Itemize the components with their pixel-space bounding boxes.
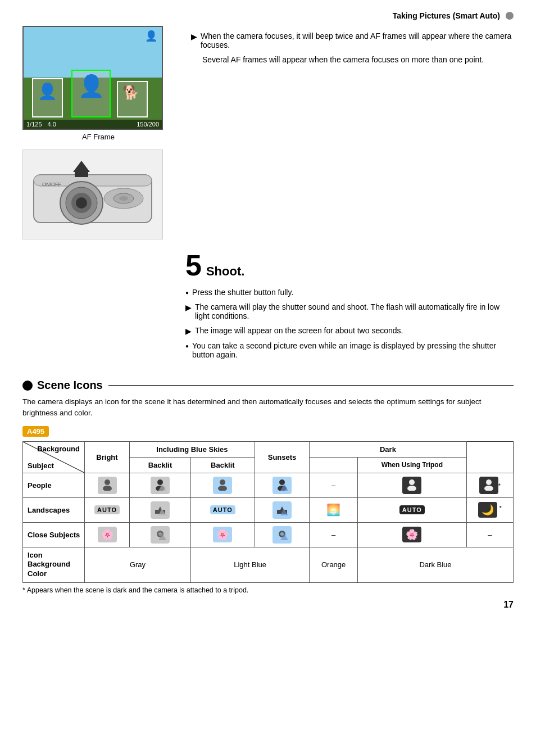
header-title: Taking Pictures (Smart Auto) <box>393 11 500 20</box>
svg-marker-6 <box>73 161 90 172</box>
close-subjects-sunsets-cell: – <box>310 522 358 547</box>
landscapes-bright-icon: AUTO <box>94 505 120 514</box>
landscapes-blue-icon: AUTO <box>210 505 235 514</box>
close-subjects-dark-icon: 🌸 <box>402 527 421 542</box>
dark-header: Dark <box>310 441 466 457</box>
color-row: Icon BackgroundColor Gray Light Blue Ora… <box>23 547 514 583</box>
close-subjects-tripod-cell: – <box>466 522 513 547</box>
svg-rect-7 <box>75 171 88 177</box>
person-left-frame: 👤 <box>32 78 63 117</box>
close-subjects-blue-icon: 🌸 <box>213 527 232 542</box>
step-content: ● Press the shutter button fully. ▶ The … <box>185 288 514 359</box>
people-tripod-icon <box>479 477 498 494</box>
close-subjects-bright-cell: 🌸 <box>85 522 130 547</box>
including-blue-skies-text: Including Blue Skies <box>156 445 228 454</box>
svg-point-10 <box>119 196 128 201</box>
landscapes-row: Landscapes AUTO AUTO <box>23 497 514 522</box>
people-tripod-cell: * <box>466 473 513 497</box>
svg-point-25 <box>486 479 492 485</box>
person-mode-icon: 👤 <box>145 30 157 42</box>
section-line <box>108 385 514 386</box>
svg-point-13 <box>105 479 110 485</box>
dark-text: Dark <box>380 445 396 454</box>
model-badge: A495 <box>22 426 49 437</box>
section-header: Scene Icons <box>22 379 514 392</box>
people-bright-cell <box>85 473 130 497</box>
landscapes-sunsets-cell: 🌅 <box>310 497 358 522</box>
section-title: Scene Icons <box>37 379 103 392</box>
close-subjects-dark-cell: 🌸 <box>357 522 466 547</box>
close-subjects-blue-cell: 🌸 <box>190 522 255 547</box>
step5-left <box>22 251 174 365</box>
step-number: 5 <box>185 251 202 280</box>
landscapes-bright-cell: AUTO <box>85 497 130 522</box>
footnote: * Appears when the scene is dark and the… <box>22 586 514 594</box>
close-subjects-backlit-blue-cell <box>255 522 310 547</box>
when-using-tripod-header: When Using Tripod <box>357 457 466 473</box>
subject-background-header: Background Subject <box>23 441 85 473</box>
camera-body-svg: ON/OFF <box>31 158 155 231</box>
step5-bullet-3: ▶ The image will appear on the screen fo… <box>185 326 514 336</box>
people-blue-cell <box>190 473 255 497</box>
person-center-frame: 👤 <box>71 70 111 117</box>
camera-body-image: ON/OFF <box>22 150 163 239</box>
step-title: Shoot. <box>206 253 244 279</box>
close-subjects-backlit-blue-icon <box>272 526 292 544</box>
svg-point-26 <box>484 486 493 491</box>
af-frame-label: AF Frame <box>22 133 174 141</box>
page-number: 17 <box>22 600 514 610</box>
including-blue-skies-header: Including Blue Skies <box>130 441 255 457</box>
sunsets-header: Sunsets <box>255 441 310 473</box>
people-backlit-bright-cell <box>130 473 191 497</box>
top-left-images: 👤 👤 🐕 👤 1/125 4.0 150/200 AF Frame <box>22 26 174 239</box>
step5-bullet-2: ▶ The camera will play the shutter sound… <box>185 302 514 320</box>
section-description: The camera displays an icon for the scen… <box>22 396 514 419</box>
gray-color-cell: Gray <box>85 547 191 583</box>
step5-bullet-4-text: You can take a second picture even while… <box>192 341 514 359</box>
people-label: People <box>23 473 85 497</box>
svg-point-5 <box>76 197 87 209</box>
bullet-1: ▶ When the camera focuses, it will beep … <box>191 31 514 49</box>
background-label: Background <box>37 445 80 453</box>
svg-point-15 <box>157 479 163 485</box>
step5-right: 5 Shoot. ● Press the shutter button full… <box>185 251 514 365</box>
bullet-1-text: When the camera focuses, it will beep tw… <box>201 31 514 49</box>
people-bright-icon <box>98 477 117 494</box>
svg-marker-31 <box>280 506 284 510</box>
svg-point-34 <box>158 532 162 536</box>
page-header: Taking Pictures (Smart Auto) <box>22 11 514 20</box>
step5-bullet-2-text: The camera will play the shutter sound a… <box>195 302 514 320</box>
top-section: 👤 👤 🐕 👤 1/125 4.0 150/200 AF Frame <box>22 26 514 239</box>
bullet-2-text: Several AF frames will appear when the c… <box>202 55 484 64</box>
landscapes-backlit-bright-icon <box>151 501 170 519</box>
step5-bullet-3-text: The image will appear on the screen for … <box>195 326 403 335</box>
close-subjects-backlit-bright-cell <box>130 522 191 547</box>
arrow-icon-2: ▶ <box>185 303 192 312</box>
landscapes-dark-icon: AUTO <box>399 505 425 514</box>
icon-bg-color-label: Icon BackgroundColor <box>23 547 85 583</box>
backlit-blue-header: Backlit <box>190 457 255 473</box>
people-tripod-star: * <box>498 482 501 488</box>
subject-label: Subject <box>28 461 54 470</box>
aperture: 4.0 <box>48 121 56 128</box>
camera-info-bar: 1/125 4.0 150/200 <box>24 120 162 129</box>
people-sunsets-cell: – <box>310 473 358 497</box>
section-dot-icon <box>22 381 33 391</box>
svg-text:ON/OFF: ON/OFF <box>42 182 61 187</box>
landscapes-tripod-star: * <box>499 505 501 511</box>
landscapes-backlit-bright-cell <box>130 497 191 522</box>
arrow-icon-1: ▶ <box>191 32 197 41</box>
svg-point-20 <box>279 479 285 485</box>
shutter-speed: 1/125 <box>26 121 42 128</box>
landscapes-backlit-blue-cell <box>255 497 310 522</box>
orange-color-cell: Orange <box>310 547 358 583</box>
svg-marker-28 <box>158 506 162 510</box>
people-backlit-blue-cell <box>255 473 310 497</box>
sunset-icon: 🌅 <box>326 504 340 516</box>
top-right-text: ▶ When the camera focuses, it will beep … <box>191 26 514 239</box>
dot-icon-1: ● <box>185 289 189 296</box>
sunsets-text: Sunsets <box>268 453 297 461</box>
landscapes-label: Landscapes <box>23 497 85 522</box>
people-dark-icon <box>402 477 421 494</box>
close-subjects-backlit-bright-icon <box>151 526 170 544</box>
